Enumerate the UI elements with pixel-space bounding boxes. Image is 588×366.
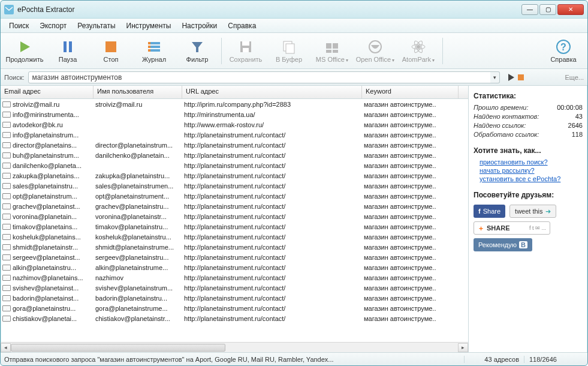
table-row[interactable]: gora@planetainstru...gora@planetainstrum… — [1, 303, 468, 313]
table-row[interactable]: sergeev@planetainst...sergeev@planetains… — [1, 252, 468, 262]
table-row[interactable]: opt@planetainstrum...opt@planetainstrume… — [1, 191, 468, 201]
col-url[interactable]: URL адрес — [182, 86, 362, 98]
horizontal-scrollbar[interactable]: ◂ ▸ — [1, 342, 468, 352]
table-row[interactable]: avtodekor@bk.ruhttp://www.ermak-rostov.r… — [1, 119, 468, 130]
cell-email: opt@planetainstrum... — [1, 193, 94, 200]
svg-rect-29 — [518, 74, 524, 80]
menu-3[interactable]: Инструменты — [122, 20, 176, 31]
status-progress: 118/2646 — [524, 356, 584, 363]
toolbar-filter-button[interactable]: Фильтр — [176, 34, 219, 68]
toolbar-save-button[interactable]: Сохранить — [224, 34, 267, 68]
table-row[interactable]: buh@planetainstrum...danilchenko@planeta… — [1, 150, 468, 160]
cell-email: nazhimov@planetains... — [1, 274, 94, 281]
cell-keyword: магазин автоинструме.. — [362, 284, 468, 292]
table-row[interactable]: director@planetains...director@planetain… — [1, 140, 468, 150]
processed-label: Обработано ссылок: — [474, 131, 539, 138]
cell-url: http://planetainstrument.ru/contact/ — [182, 162, 362, 169]
toolbar-label: MS Office ▾ — [316, 56, 348, 63]
table-row[interactable]: sales@planetainstru...sales@planetainstr… — [1, 181, 468, 191]
table-body[interactable]: stroiviz@mail.rustroiviz@mail.ruhttp://i… — [1, 99, 468, 342]
minimize-button[interactable]: — — [521, 4, 538, 15]
cell-url: http://planetainstrument.ru/contact/ — [182, 315, 362, 322]
table-row[interactable]: info@mirinstrumenta...http://mirinstrume… — [1, 109, 468, 119]
toolbar-pause-button[interactable]: Пауза — [46, 34, 89, 68]
toolbar-buffer-button[interactable]: В Буфер — [267, 34, 310, 68]
svg-rect-8 — [148, 42, 150, 44]
mail-icon — [2, 244, 11, 250]
maximize-button[interactable]: ▢ — [539, 4, 556, 15]
search-dropdown[interactable]: ▾ — [490, 71, 500, 83]
share-twitter-button[interactable]: tweet this ➜ — [509, 205, 556, 218]
table-row[interactable]: stroiviz@mail.rustroiviz@mail.ruhttp://i… — [1, 99, 468, 109]
toolbar-help-button[interactable]: ?Справка — [542, 34, 585, 68]
toolbar-openoffice-button[interactable]: Open Office ▾ — [354, 34, 397, 68]
cell-email: voronina@planetain... — [1, 213, 94, 220]
links-label: Найдено ссылок: — [474, 122, 526, 129]
search-input[interactable] — [28, 71, 493, 83]
menu-2[interactable]: Результаты — [73, 20, 120, 31]
share-addthis-button[interactable]: ＋ SHARE f t ✉ ... — [474, 221, 550, 235]
scroll-thumb[interactable] — [11, 344, 225, 352]
cell-keyword: магазин автоинструме.. — [362, 305, 468, 312]
cell-email: buh@planetainstrum... — [1, 152, 94, 159]
toolbar-label: Фильтр — [186, 56, 209, 63]
atompark-icon — [411, 39, 426, 55]
col-spacer — [459, 86, 468, 98]
table-row[interactable]: voronina@planetain...voronina@planetains… — [1, 211, 468, 221]
play-icon[interactable] — [507, 73, 515, 82]
mail-icon — [2, 214, 11, 220]
cell-keyword: магазин автоинструме.. — [362, 131, 468, 139]
table-row[interactable]: zakupka@planetains...zakupka@planetainst… — [1, 170, 468, 181]
table-row[interactable]: info@planetainstrum...http://planetainst… — [1, 130, 468, 140]
menu-1[interactable]: Экспорт — [35, 20, 71, 31]
scroll-right-icon[interactable]: ▸ — [458, 343, 468, 352]
table-row[interactable]: kosheluk@planetains...kosheluk@planetain… — [1, 232, 468, 242]
toolbar-msoffice-button[interactable]: MS Office ▾ — [310, 34, 354, 68]
toolbar-journal-button[interactable]: Журнал — [132, 34, 176, 68]
howto-link-2[interactable]: установить все с ePochta? — [480, 175, 577, 182]
cell-keyword: магазин автоинструме.. — [362, 203, 468, 210]
col-email[interactable]: Email адрес — [1, 86, 94, 98]
stop-icon[interactable] — [517, 73, 525, 82]
continue-icon — [17, 39, 32, 55]
table-row[interactable]: chistiakov@planetai...chistiakov@planeta… — [1, 313, 468, 323]
table-row[interactable]: nazhimov@planetains...nazhimovhttp://pla… — [1, 272, 468, 283]
mail-icon — [2, 122, 11, 128]
cell-user: stroiviz@mail.ru — [94, 101, 182, 108]
howto-heading: Хотите знать, как... — [474, 146, 583, 155]
more-link[interactable]: Еще... — [565, 74, 584, 81]
toolbar: ПродолжитьПаузаСтопЖурналФильтрСохранить… — [1, 33, 587, 69]
menu-5[interactable]: Справка — [223, 20, 261, 31]
share-facebook-button[interactable]: f Share — [474, 205, 505, 218]
svg-rect-16 — [286, 44, 294, 53]
contacts-label: Найдено контактов: — [474, 113, 539, 120]
scroll-track[interactable] — [11, 343, 458, 352]
toolbar-stop-button[interactable]: Стоп — [89, 34, 132, 68]
table-row[interactable]: timakov@planetains...timakov@planetainst… — [1, 221, 468, 232]
cell-keyword: магазин автоинструме.. — [362, 193, 468, 200]
cell-keyword: магазин автоинструме.. — [362, 142, 468, 149]
table-row[interactable]: svishev@planetainst...svishev@planetains… — [1, 283, 468, 293]
table-row[interactable]: shmidt@planetainstr...shmidt@planetainst… — [1, 242, 468, 252]
share-vk-button[interactable]: Рекомендую B — [474, 238, 532, 251]
cell-keyword: магазин автоинструме.. — [362, 182, 468, 190]
toolbar-continue-button[interactable]: Продолжить — [3, 34, 46, 68]
cell-keyword: магазин автоинструме.. — [362, 244, 468, 251]
table-row[interactable]: danilchenko@planeta...http://planetainst… — [1, 160, 468, 170]
toolbar-atompark-button[interactable]: AtomPark ▾ — [397, 34, 440, 68]
scroll-left-icon[interactable]: ◂ — [1, 343, 11, 352]
col-keyword[interactable]: Keyword — [362, 86, 459, 98]
menu-0[interactable]: Поиск — [4, 20, 34, 31]
close-button[interactable]: ✕ — [557, 4, 584, 15]
col-user[interactable]: Имя пользователя — [94, 86, 182, 98]
cell-url: http://planetainstrument.ru/contact/ — [182, 213, 362, 220]
howto-link-0[interactable]: приостановить поиск? — [480, 158, 577, 166]
table-row[interactable]: badorin@planetainst...badorin@planetains… — [1, 293, 468, 303]
cell-user: opt@planetainstrument... — [94, 193, 182, 200]
howto-link-1[interactable]: начать рассылку? — [480, 167, 577, 174]
cell-url: http://mirinstrumenta.ua/ — [182, 111, 362, 118]
table-row[interactable]: grachev@planetainst...grachev@planetains… — [1, 201, 468, 211]
menu-4[interactable]: Настройки — [177, 20, 222, 31]
mail-icon — [2, 305, 11, 311]
table-row[interactable]: alkin@planetainstru...alkin@planetainstr… — [1, 262, 468, 272]
